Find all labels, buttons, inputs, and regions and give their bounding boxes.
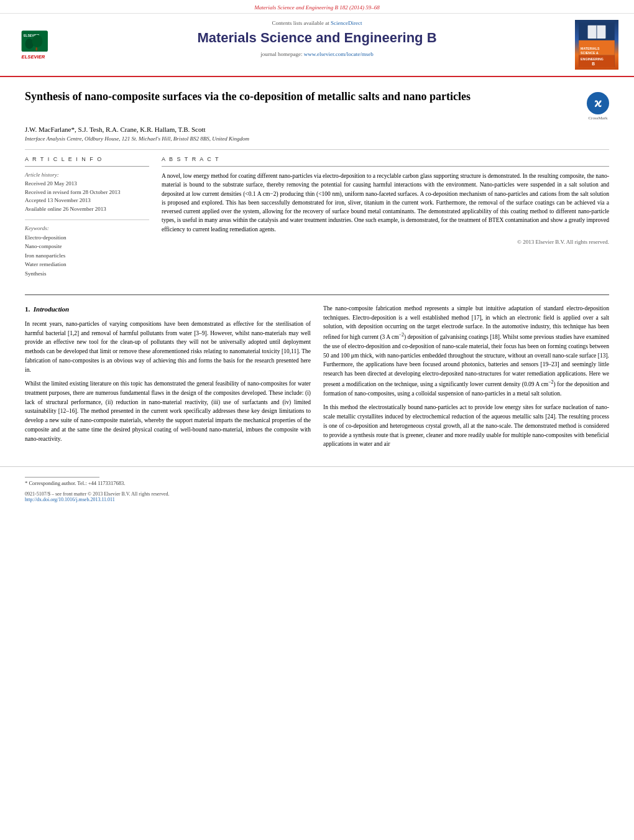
section1-title: 1. Introduction [25, 304, 311, 315]
ms-logo-box: MATERIALS SCIENCE & ENGINEERING B [575, 20, 618, 70]
svg-rect-4 [35, 47, 37, 50]
header: ELSEVIER ELSEVIER Contents lists availab… [0, 14, 634, 77]
crossmark-label: CrossMark [587, 116, 609, 121]
svg-text:ϰ: ϰ [594, 97, 602, 109]
body-col-right: The nano-composite fabrication method re… [323, 304, 609, 454]
affiliation: Interface Analysis Centre, Oldbury House… [25, 136, 609, 142]
copyright: © 2013 Elsevier B.V. All rights reserved… [162, 239, 609, 245]
article-history: Article history: Received 20 May 2013 Re… [25, 172, 149, 213]
header-center: Contents lists available at ScienceDirec… [62, 20, 572, 70]
header-right: MATERIALS SCIENCE & ENGINEERING B [572, 20, 622, 70]
footnote-line [25, 477, 99, 478]
received-revised-date: Received in revised form 28 October 2013 [25, 188, 149, 197]
elsevier-logo-container: ELSEVIER ELSEVIER [12, 20, 62, 70]
contents-available-text: Contents lists available at ScienceDirec… [75, 20, 559, 26]
article-title: Synthesis of nano-composite surfaces via… [25, 90, 472, 104]
body-para-4: In this method the electrostatically bou… [323, 403, 609, 449]
journal-homepage-link[interactable]: www.elsevier.com/locate/mseb [304, 51, 374, 57]
abstract-col: A B S T R A C T A novel, low energy meth… [162, 156, 609, 284]
accepted-date: Accepted 13 November 2013 [25, 196, 149, 205]
authors: J.W. MacFarlane*, S.J. Tesh, R.A. Crane,… [25, 126, 609, 133]
keyword-3: Iron nanoparticles [25, 251, 149, 260]
info-abstract-cols: A R T I C L E I N F O Article history: R… [25, 156, 609, 284]
keyword-1: Electro-deposition [25, 233, 149, 242]
page: Materials Science and Engineering B 182 … [0, 0, 634, 840]
keyword-4: Water remediation [25, 260, 149, 269]
body-divider [25, 294, 609, 295]
doi-link[interactable]: http://dx.doi.org/10.1016/j.mseb.2013.11… [25, 497, 115, 502]
footer-area: * Corresponding author. Tel.: +44 117331… [0, 466, 634, 509]
footer-license: 0921-5107/$ – see front matter © 2013 El… [25, 491, 609, 502]
keyword-2: Nano-composite [25, 242, 149, 251]
keywords-group: Keywords: Electro-deposition Nano-compos… [25, 225, 149, 278]
keywords-list: Electro-deposition Nano-composite Iron n… [25, 233, 149, 278]
svg-text:MATERIALS: MATERIALS [581, 47, 600, 50]
title-area: Synthesis of nano-composite surfaces via… [25, 90, 609, 121]
title-block: Synthesis of nano-composite surfaces via… [25, 90, 579, 110]
svg-point-3 [32, 35, 43, 47]
elsevier-logo-icon: ELSEVIER ELSEVIER [16, 28, 59, 62]
svg-text:B: B [592, 62, 595, 66]
body-para-2: Whilst the limited existing literature o… [25, 379, 311, 443]
crossmark-icon: ϰ [587, 92, 609, 114]
article-info-col: A R T I C L E I N F O Article history: R… [25, 156, 149, 284]
ms-logo-icon: MATERIALS SCIENCE & ENGINEERING B [578, 22, 615, 67]
article-content: Synthesis of nano-composite surfaces via… [0, 77, 634, 466]
body-para-3: The nano-composite fabrication method re… [323, 304, 609, 399]
body-col-left: 1. Introduction In recent years, nano-pa… [25, 304, 311, 454]
journal-title: Materials Science and Engineering B [75, 30, 559, 46]
svg-text:SCIENCE &: SCIENCE & [581, 51, 599, 55]
svg-text:ELSEVIER: ELSEVIER [22, 54, 45, 60]
history-label: Article history: [25, 172, 149, 178]
abstract-heading: A B S T R A C T [162, 156, 609, 162]
footnote-text: * Corresponding author. Tel.: +44 117331… [25, 480, 609, 486]
body-para-1: In recent years, nano-particles of varyi… [25, 320, 311, 374]
sciencedirect-link[interactable]: ScienceDirect [331, 20, 362, 26]
journal-reference: Materials Science and Engineering B 182 … [254, 4, 380, 11]
journal-homepage: journal homepage: www.elsevier.com/locat… [75, 51, 559, 57]
received-date: Received 20 May 2013 [25, 180, 149, 188]
abstract-text: A novel, low energy method for coating d… [162, 172, 609, 234]
keywords-label: Keywords: [25, 225, 149, 231]
top-bar: Materials Science and Engineering B 182 … [0, 0, 634, 14]
article-info-heading: A R T I C L E I N F O [25, 156, 149, 162]
keyword-5: Synthesis [25, 269, 149, 278]
available-date: Available online 26 November 2013 [25, 205, 149, 214]
divider-1 [25, 149, 609, 150]
crossmark-container: ϰ CrossMark [587, 92, 609, 121]
svg-text:ENGINEERING: ENGINEERING [581, 57, 604, 61]
body-columns: 1. Introduction In recent years, nano-pa… [25, 304, 609, 454]
